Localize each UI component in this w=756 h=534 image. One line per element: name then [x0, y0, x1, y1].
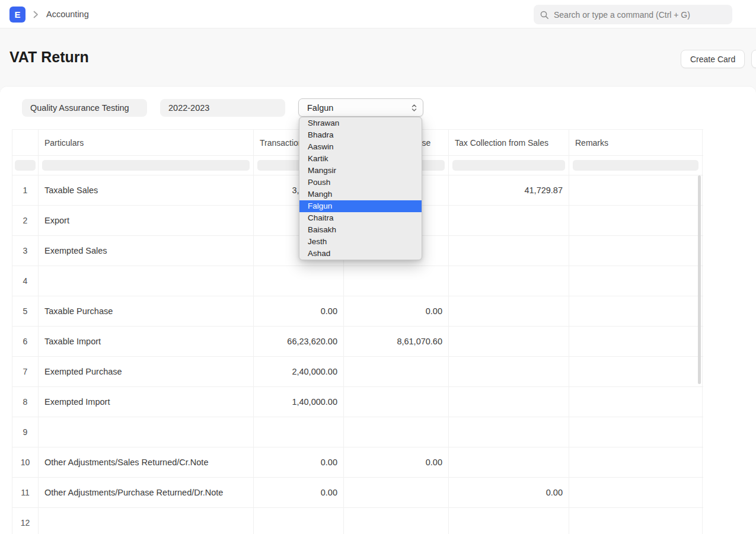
cell-particulars — [39, 266, 254, 296]
month-select[interactable]: Falgun — [298, 98, 423, 117]
row-number: 9 — [12, 417, 39, 447]
table-row: 9 — [12, 417, 703, 447]
row-number: 11 — [12, 478, 39, 507]
cell-particulars: Exempted Purchase — [39, 357, 254, 386]
cell-tax-collection-from-sales — [449, 266, 569, 296]
cell-remarks — [569, 327, 703, 356]
cell-particulars: Exempted Import — [39, 387, 254, 417]
cell-tax-collection-from-sales — [449, 417, 569, 447]
row-number: 1 — [12, 175, 39, 205]
cell-remarks — [569, 296, 703, 326]
cell-tax-paid-on-purchase — [344, 387, 449, 417]
cell-transaction-amount — [254, 266, 344, 296]
month-option[interactable]: Baisakh — [299, 224, 422, 236]
cell-remarks — [569, 478, 703, 507]
cell-particulars: Export — [39, 206, 254, 235]
month-option[interactable]: Kartik — [299, 153, 422, 165]
cell-remarks — [569, 206, 703, 235]
cell-remarks — [569, 447, 703, 477]
breadcrumb-chevron-icon — [33, 11, 39, 18]
row-number: 10 — [12, 447, 39, 477]
cell-remarks — [569, 508, 703, 534]
partial-edge-button[interactable] — [751, 50, 756, 68]
cell-transaction-amount — [254, 417, 344, 447]
cell-transaction-amount: 66,23,620.00 — [254, 327, 344, 356]
cell-particulars — [39, 508, 254, 534]
month-option[interactable]: Chaitra — [299, 212, 422, 224]
cell-transaction-amount: 0.00 — [254, 296, 344, 326]
row-number: 2 — [12, 206, 39, 235]
cell-tax-collection-from-sales — [449, 206, 569, 235]
table-row: 11 Other Adjustments/Purchase Returned/D… — [12, 478, 703, 508]
table-row: 7 Exempted Purchase 2,40,000.00 — [12, 357, 703, 387]
row-number: 6 — [12, 327, 39, 356]
app-logo[interactable]: E — [9, 7, 25, 23]
company-filter[interactable]: Quality Assurance Testing — [22, 99, 147, 117]
cell-tax-collection-from-sales — [449, 327, 569, 356]
search-input[interactable] — [554, 10, 726, 20]
search-bar[interactable] — [534, 5, 732, 24]
cell-tax-collection-from-sales — [449, 296, 569, 326]
column-filter-input-tax-collection-from-sales[interactable] — [452, 160, 565, 171]
page-header-background — [0, 28, 756, 95]
month-dropdown-list: ShrawanBhadraAaswinKartikMangsirPoushMan… — [299, 117, 422, 260]
row-number: 5 — [12, 296, 39, 326]
column-filter-input-particulars[interactable] — [42, 160, 250, 171]
cell-remarks — [569, 387, 703, 417]
cell-transaction-amount: 1,40,000.00 — [254, 387, 344, 417]
cell-particulars: Taxable Purchase — [39, 296, 254, 326]
cell-remarks — [569, 417, 703, 447]
cell-particulars: Other Adjustments/Sales Returned/Cr.Note — [39, 447, 254, 477]
month-option[interactable]: Poush — [299, 177, 422, 188]
cell-transaction-amount: 0.00 — [254, 447, 344, 477]
table-row: 8 Exempted Import 1,40,000.00 — [12, 387, 703, 417]
search-icon — [540, 10, 549, 20]
month-option[interactable]: Falgun — [299, 200, 422, 212]
cell-remarks — [569, 357, 703, 386]
breadcrumb[interactable]: Accounting — [46, 9, 89, 19]
month-select-value: Falgun — [307, 103, 411, 113]
table-row: 6 Taxable Import 66,23,620.00 8,61,070.6… — [12, 327, 703, 357]
cell-tax-paid-on-purchase — [344, 478, 449, 507]
month-option[interactable]: Aaswin — [299, 141, 422, 153]
month-option[interactable]: Bhadra — [299, 129, 422, 141]
cell-remarks — [569, 175, 703, 205]
cell-remarks — [569, 236, 703, 266]
create-card-button[interactable]: Create Card — [681, 50, 745, 68]
table-row: 10 Other Adjustments/Sales Returned/Cr.N… — [12, 447, 703, 478]
cell-tax-collection-from-sales — [449, 508, 569, 534]
col-header-sn[interactable] — [12, 130, 39, 155]
page-title: VAT Return — [9, 49, 89, 66]
cell-particulars: Taxable Import — [39, 327, 254, 356]
column-filter-input-sn[interactable] — [15, 160, 36, 171]
row-number: 8 — [12, 387, 39, 417]
month-option[interactable]: Ashad — [299, 248, 422, 260]
cell-particulars: Exempted Sales — [39, 236, 254, 266]
column-filter-input-remarks[interactable] — [573, 160, 698, 171]
cell-tax-paid-on-purchase — [344, 508, 449, 534]
month-option[interactable]: Mangsir — [299, 165, 422, 177]
row-number: 12 — [12, 508, 39, 534]
month-option[interactable]: Shrawan — [299, 117, 422, 129]
cell-tax-collection-from-sales — [449, 447, 569, 477]
col-header-particulars[interactable]: Particulars — [39, 130, 254, 155]
col-header-tax-collection-from-sales[interactable]: Tax Collection from Sales — [449, 130, 569, 155]
cell-tax-collection-from-sales: 41,729.87 — [449, 175, 569, 205]
fiscal-year-filter[interactable]: 2022-2023 — [160, 99, 285, 117]
cell-particulars — [39, 417, 254, 447]
cell-tax-paid-on-purchase: 8,61,070.60 — [344, 327, 449, 356]
col-header-remarks[interactable]: Remarks — [569, 130, 703, 155]
cell-tax-paid-on-purchase: 0.00 — [344, 296, 449, 326]
cell-tax-paid-on-purchase — [344, 357, 449, 386]
row-number: 7 — [12, 357, 39, 386]
cell-tax-paid-on-purchase — [344, 417, 449, 447]
cell-tax-collection-from-sales — [449, 387, 569, 417]
month-option[interactable]: Mangh — [299, 188, 422, 200]
row-number: 3 — [12, 236, 39, 266]
table-scrollbar[interactable] — [698, 175, 701, 384]
month-option[interactable]: Jesth — [299, 236, 422, 248]
cell-remarks — [569, 266, 703, 296]
cell-transaction-amount — [254, 508, 344, 534]
cell-transaction-amount: 0.00 — [254, 478, 344, 507]
cell-tax-paid-on-purchase: 0.00 — [344, 447, 449, 477]
